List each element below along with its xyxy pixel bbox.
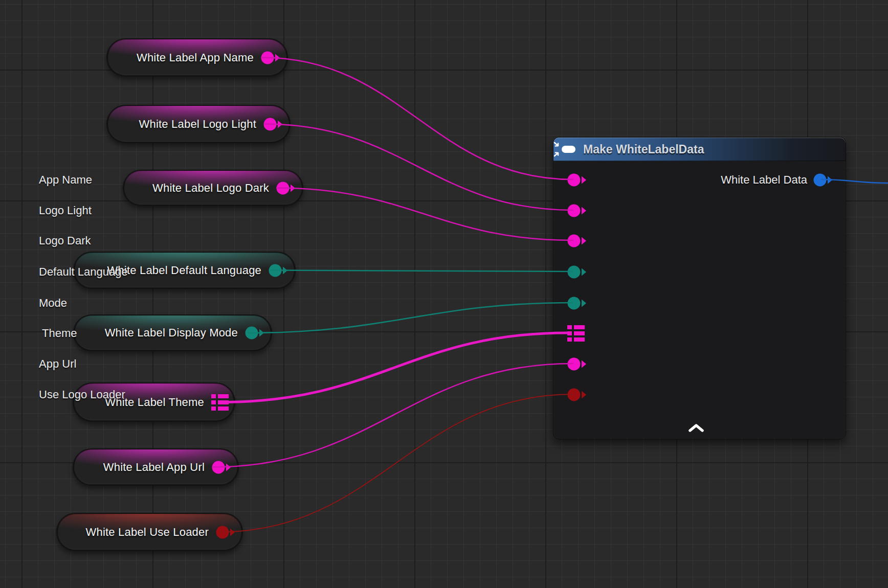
getter-node-logo-light[interactable]: White Label Logo Light — [106, 105, 291, 143]
string-input-pin[interactable] — [567, 203, 588, 218]
string-input-pin[interactable] — [567, 234, 588, 248]
input-pin-label: App Name — [39, 173, 92, 187]
enum-input-pin[interactable] — [567, 265, 588, 279]
bool-input-pin[interactable] — [567, 388, 588, 402]
getter-node-use-loader[interactable]: White Label Use Loader — [56, 513, 243, 551]
input-pin-label: Use Logo Loader — [39, 388, 125, 401]
getter-label: White Label Display Mode — [105, 326, 238, 340]
getter-node-logo-dark[interactable]: White Label Logo Dark — [123, 170, 303, 206]
input-pin-label: Default Language — [39, 265, 128, 279]
wire-app-url — [212, 364, 573, 467]
make-struct-icon — [553, 142, 577, 157]
string-output-pin[interactable] — [261, 51, 281, 65]
input-pin-label: Logo Dark — [39, 234, 91, 247]
output-pin-row: White Label Data — [721, 171, 834, 189]
string-input-pin[interactable] — [567, 357, 588, 371]
output-pin-label: White Label Data — [721, 173, 807, 187]
string-output-pin[interactable] — [276, 181, 297, 195]
string-input-pin[interactable] — [567, 173, 588, 187]
wire-display-mode — [248, 303, 573, 333]
string-output-pin[interactable] — [212, 460, 232, 474]
enum-output-pin[interactable] — [269, 263, 289, 278]
wire-logo-dark — [276, 188, 573, 241]
collapse-chevron-button[interactable] — [689, 424, 704, 434]
getter-label: White Label App Name — [137, 51, 254, 64]
bool-output-pin[interactable] — [216, 525, 236, 539]
input-pin-label: App Url — [39, 357, 76, 371]
getter-node-display-mode[interactable]: White Label Display Mode — [73, 314, 272, 351]
getter-label: White Label Default Language — [107, 264, 261, 277]
wire-default-language — [271, 270, 573, 272]
getter-label: White Label Logo Dark — [152, 182, 269, 195]
wire-use-loader — [218, 394, 573, 532]
wire-logo-light — [264, 124, 573, 211]
input-pin-label: Mode — [39, 297, 67, 310]
chevron-up-icon — [689, 424, 704, 432]
enum-output-pin[interactable] — [245, 326, 265, 340]
string-output-pin[interactable] — [263, 117, 284, 131]
make-node-header: Make WhiteLabelData — [553, 138, 846, 161]
input-pin-label: Theme — [42, 327, 77, 340]
getter-node-app-name[interactable]: White Label App Name — [106, 38, 288, 77]
struct-input-pin[interactable] — [567, 325, 585, 342]
wire-theme — [221, 333, 568, 402]
getter-node-app-url[interactable]: White Label App Url — [73, 448, 239, 486]
wire-app-name — [262, 58, 573, 180]
struct-output-pin[interactable] — [211, 394, 229, 411]
getter-label: White Label Use Loader — [86, 526, 209, 539]
input-pin-label: Logo Light — [39, 204, 92, 217]
blueprint-canvas[interactable]: White Label App NameWhite Label Logo Lig… — [0, 0, 888, 588]
make-node-title: Make WhiteLabelData — [583, 143, 704, 156]
enum-input-pin[interactable] — [567, 296, 588, 310]
getter-label: White Label Logo Light — [139, 118, 256, 131]
struct-output-pin[interactable] — [813, 173, 834, 187]
getter-label: White Label App Url — [103, 461, 205, 474]
make-node[interactable]: Make WhiteLabelDataApp NameLogo LightLog… — [553, 137, 846, 439]
